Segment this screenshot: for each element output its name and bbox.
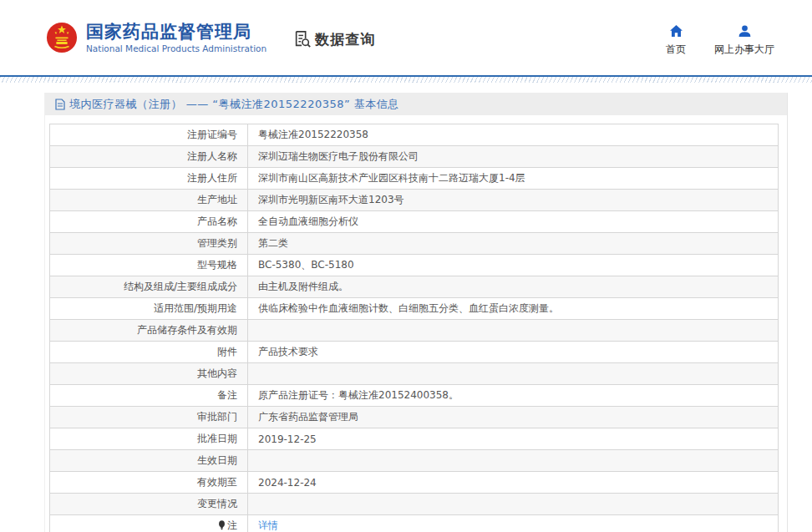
- top-nav: 首页 网上办事大厅: [666, 24, 774, 57]
- note-bulb-icon: [218, 520, 226, 530]
- field-label-text: 注册证编号: [187, 128, 237, 142]
- table-row: 管理类别 第二类: [50, 233, 779, 255]
- data-query-label: 数据查询: [315, 30, 375, 49]
- field-label-text: 批准日期: [197, 432, 237, 446]
- field-label-text: 生效日期: [197, 453, 237, 468]
- field-value: 广东省药品监督管理局: [248, 407, 779, 428]
- field-label-text: 注: [227, 519, 237, 532]
- site-logo[interactable]: 国家药品监督管理局 National Medical Products Admi…: [46, 22, 266, 53]
- field-label-cell: 注: [50, 515, 248, 532]
- document-search-icon: [293, 30, 312, 48]
- field-label-cell: 注册人名称: [50, 146, 248, 168]
- field-label-cell: 管理类别: [50, 233, 248, 255]
- detail-link[interactable]: 详情: [258, 519, 278, 531]
- table-row: 注册证编号 粤械注准20152220358: [50, 124, 779, 146]
- field-label-cell: 附件: [50, 342, 248, 363]
- table-row: 附件 产品技术要求: [50, 342, 779, 363]
- field-value: 深圳市光明新区南环大道1203号: [248, 190, 779, 211]
- site-title: 国家药品监督管理局: [86, 22, 266, 42]
- registration-table: 注册证编号 粤械注准20152220358 注册人名称 深圳迈瑞生物医疗电子股份…: [49, 124, 779, 532]
- field-value: 2019-12-25: [248, 428, 779, 450]
- content-panel: 境内医疗器械（注册） —— “粤械注准20152220358” 基本信息 注册证…: [44, 93, 788, 532]
- field-label-text: 审批部门: [197, 410, 237, 424]
- field-label-cell: 型号规格: [50, 255, 248, 276]
- field-label-text: 附件: [217, 345, 237, 359]
- field-value: 粤械注准20152220358: [248, 124, 779, 146]
- field-label-text: 产品名称: [197, 215, 237, 229]
- field-value: 深圳迈瑞生物医疗电子股份有限公司: [248, 146, 779, 168]
- field-label-cell: 产品储存条件及有效期: [50, 320, 248, 342]
- field-label-text: 变更情况: [197, 497, 237, 511]
- field-label-cell: 批准日期: [50, 428, 248, 450]
- field-value: 由主机及附件组成。: [248, 276, 779, 298]
- field-label-text: 其他内容: [197, 367, 237, 381]
- table-row: 注册人名称 深圳迈瑞生物医疗电子股份有限公司: [50, 146, 779, 168]
- table-row: 型号规格 BC-5380、BC-5180: [50, 255, 779, 276]
- field-label-text: 注册人住所: [187, 171, 237, 185]
- registration-table-body: 注册证编号 粤械注准20152220358 注册人名称 深圳迈瑞生物医疗电子股份…: [50, 124, 779, 532]
- field-value: 供临床检验中作血液细胞计数、白细胞五分类、血红蛋白浓度测量。: [248, 298, 779, 320]
- table-row: 生产地址 深圳市光明新区南环大道1203号: [50, 190, 779, 211]
- field-value: 全自动血液细胞分析仪: [248, 211, 779, 233]
- table-row: 结构及组成/主要组成成分 由主机及附件组成。: [50, 276, 779, 298]
- table-row: 生效日期: [50, 450, 779, 472]
- table-row: 其他内容: [50, 363, 779, 385]
- table-row: 注 详情: [50, 515, 779, 532]
- field-value: BC-5380、BC-5180: [248, 255, 779, 276]
- hatch-decoration: [0, 77, 812, 83]
- field-value: 第二类: [248, 233, 779, 255]
- table-row: 有效期至 2024-12-24: [50, 472, 779, 494]
- field-label-text: 生产地址: [197, 193, 237, 207]
- table-row: 备注 原产品注册证号：粤械注准20152400358。: [50, 385, 779, 407]
- field-label-text: 有效期至: [197, 475, 237, 489]
- field-value: 2024-12-24: [248, 472, 779, 494]
- field-label-cell: 审批部门: [50, 407, 248, 428]
- field-value: [248, 363, 779, 385]
- home-icon: [669, 24, 683, 38]
- field-label-cell: 变更情况: [50, 494, 248, 515]
- field-label-cell: 结构及组成/主要组成成分: [50, 276, 248, 298]
- field-label-text: 结构及组成/主要组成成分: [124, 280, 237, 294]
- data-query-section[interactable]: 数据查询: [293, 30, 375, 49]
- table-row: 变更情况: [50, 494, 779, 515]
- table-row: 产品名称 全自动血液细胞分析仪: [50, 211, 779, 233]
- national-emblem-icon: [46, 22, 78, 53]
- page-titlebar: 境内医疗器械（注册） —— “粤械注准20152220358” 基本信息: [45, 93, 787, 115]
- field-label-cell: 适用范围/预期用途: [50, 298, 248, 320]
- field-value: [248, 450, 779, 472]
- table-row: 审批部门 广东省药品监督管理局: [50, 407, 779, 428]
- table-row: 注册人住所 深圳市南山区高新技术产业园区科技南十二路迈瑞大厦1-4层: [50, 168, 779, 190]
- field-label-cell: 生效日期: [50, 450, 248, 472]
- field-label-cell: 生产地址: [50, 190, 248, 211]
- field-value: 原产品注册证号：粤械注准20152400358。: [248, 385, 779, 407]
- nav-online-hall[interactable]: 网上办事大厅: [714, 24, 774, 57]
- field-label-cell: 注册人住所: [50, 168, 248, 190]
- nav-home-label: 首页: [666, 43, 686, 57]
- document-icon: [55, 99, 65, 110]
- table-row: 产品储存条件及有效期: [50, 320, 779, 342]
- table-row: 适用范围/预期用途 供临床检验中作血液细胞计数、白细胞五分类、血红蛋白浓度测量。: [50, 298, 779, 320]
- field-value: 产品技术要求: [248, 342, 779, 363]
- field-label-text: 产品储存条件及有效期: [137, 323, 237, 337]
- field-label-text: 备注: [217, 388, 237, 403]
- field-value: 深圳市南山区高新技术产业园区科技南十二路迈瑞大厦1-4层: [248, 168, 779, 190]
- field-label-text: 管理类别: [197, 236, 237, 251]
- field-label-text: 型号规格: [197, 258, 237, 272]
- nav-home[interactable]: 首页: [666, 24, 686, 57]
- field-label-cell: 备注: [50, 385, 248, 407]
- table-row: 批准日期 2019-12-25: [50, 428, 779, 450]
- site-header: 国家药品监督管理局 National Medical Products Admi…: [0, 0, 812, 75]
- site-subtitle: National Medical Products Administration: [86, 43, 266, 53]
- field-label-text: 注册人名称: [187, 149, 237, 164]
- field-label-cell: 有效期至: [50, 472, 248, 494]
- field-value: [248, 320, 779, 342]
- field-label-cell: 其他内容: [50, 363, 248, 385]
- field-label-text: 适用范围/预期用途: [154, 301, 237, 316]
- field-value: [248, 494, 779, 515]
- user-icon: [738, 24, 752, 38]
- field-label-cell: 产品名称: [50, 211, 248, 233]
- nav-online-hall-label: 网上办事大厅: [714, 43, 774, 57]
- field-value: 详情: [248, 515, 779, 532]
- field-label-cell: 注册证编号: [50, 124, 248, 146]
- page-title: 境内医疗器械（注册） —— “粤械注准20152220358” 基本信息: [69, 97, 399, 112]
